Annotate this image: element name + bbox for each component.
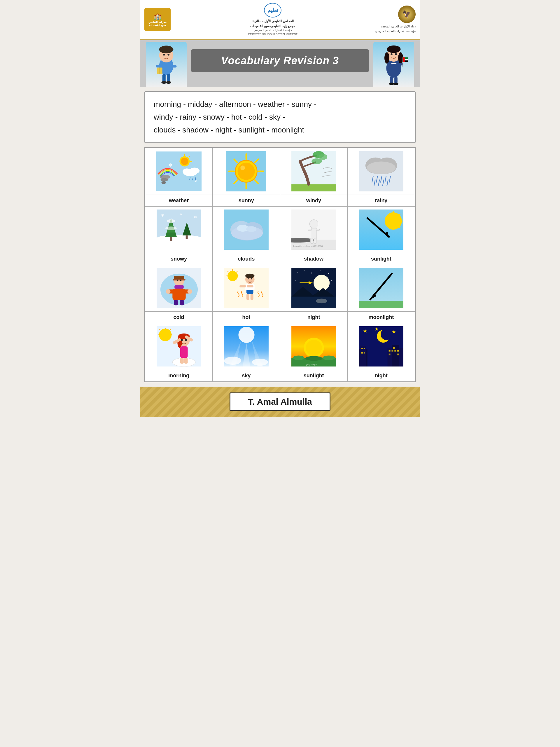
svg-rect-221 xyxy=(398,354,399,355)
night2-img xyxy=(349,325,414,368)
sunlight2-img: gettyimages xyxy=(282,325,346,368)
svg-rect-219 xyxy=(398,350,399,352)
svg-rect-29 xyxy=(403,57,404,62)
svg-point-7 xyxy=(161,81,166,84)
svg-point-140 xyxy=(248,278,249,280)
label-weather: weather xyxy=(145,195,213,206)
header-right: 🦅 دولة الإمارات العربية المتحدة مؤسسة ال… xyxy=(375,5,416,33)
svg-point-207 xyxy=(381,329,392,340)
svg-point-183 xyxy=(172,358,195,366)
label-cold: cold xyxy=(145,311,213,323)
label-night: night xyxy=(280,311,347,323)
title-banner: Vocabulary Revision 3 xyxy=(191,49,369,72)
council-text: المجلس التعليمي الأول - نطاق 3 مجمع زايد… xyxy=(248,19,297,36)
svg-rect-83 xyxy=(170,237,172,241)
svg-rect-215 xyxy=(392,345,399,366)
hot-img xyxy=(214,266,278,310)
cell-windy-image xyxy=(280,148,347,195)
svg-point-15 xyxy=(387,46,400,53)
label-morning: morning xyxy=(145,370,213,381)
table-row: ❄ ❄ ❄ xyxy=(145,206,415,253)
vocab-line3: clouds - shadow - night - sunlight - moo… xyxy=(154,123,406,136)
label-sunny: sunny xyxy=(213,195,280,206)
character-boy xyxy=(146,42,187,87)
label-night2: night xyxy=(347,370,415,381)
cell-night2-image xyxy=(347,323,415,370)
label-sunlight: sunlight xyxy=(347,253,415,265)
svg-text:illustrations.of.com  #1116038: illustrations.of.com #1116038 xyxy=(293,245,323,248)
weather-collage-img: ❄ ☀ xyxy=(146,149,211,194)
header-center: تعليم المجلس التعليمي الأول - نطاق 3 مجم… xyxy=(248,3,297,36)
cell-rainy-image xyxy=(347,148,415,195)
svg-point-156 xyxy=(331,280,332,281)
moonlight-img xyxy=(349,266,414,310)
svg-rect-20 xyxy=(390,77,393,84)
sky-img xyxy=(214,325,278,368)
clouds-img xyxy=(214,208,278,252)
svg-rect-87 xyxy=(186,235,188,239)
vocab-line2: windy - rainy - snowy - hot - cold - sky… xyxy=(154,110,406,123)
teacher-name: T. Amal Almulla xyxy=(248,397,312,407)
svg-rect-60 xyxy=(291,184,336,191)
footer: T. Amal Almulla xyxy=(140,387,420,417)
table-row-labels: morning sky sunlight night xyxy=(145,370,415,381)
character-girl xyxy=(373,42,414,87)
svg-point-17 xyxy=(398,52,403,63)
svg-point-101 xyxy=(310,220,318,229)
table-row-labels: cold hot night moonlight xyxy=(145,311,415,323)
svg-line-171 xyxy=(170,329,171,330)
taleem-logo: تعليم xyxy=(264,3,282,18)
svg-point-3 xyxy=(163,54,165,56)
svg-rect-180 xyxy=(180,346,188,358)
svg-text:❄: ❄ xyxy=(161,213,164,218)
cell-sunny-image xyxy=(213,148,280,195)
svg-point-22 xyxy=(389,83,394,85)
svg-rect-212 xyxy=(362,352,363,354)
table-row: ❄ ☀ xyxy=(145,148,415,195)
svg-rect-128 xyxy=(180,300,184,305)
rainy-img xyxy=(349,149,414,194)
svg-rect-217 xyxy=(392,350,394,352)
svg-rect-211 xyxy=(364,348,365,349)
svg-rect-146 xyxy=(246,294,249,300)
svg-point-19 xyxy=(395,53,397,55)
svg-point-63 xyxy=(312,158,322,164)
svg-point-178 xyxy=(181,339,183,341)
svg-point-85 xyxy=(165,227,177,230)
svg-point-161 xyxy=(316,299,327,304)
svg-rect-10 xyxy=(172,65,177,68)
svg-point-198 xyxy=(293,356,304,360)
svg-point-151 xyxy=(311,273,312,274)
shadow-img: illustrations.of.com #1116038 xyxy=(282,208,346,252)
cell-clouds-image xyxy=(213,206,280,253)
svg-text:❄: ❄ xyxy=(194,215,197,219)
svg-point-169 xyxy=(159,329,171,341)
svg-point-155 xyxy=(295,280,296,281)
logo-icon: 🏫 xyxy=(154,12,162,20)
svg-rect-216 xyxy=(389,350,391,352)
svg-point-18 xyxy=(391,53,392,55)
svg-point-23 xyxy=(394,83,398,85)
svg-rect-220 xyxy=(389,354,391,355)
svg-rect-102 xyxy=(311,228,317,238)
svg-point-191 xyxy=(224,357,241,365)
svg-point-132 xyxy=(228,271,238,281)
svg-point-179 xyxy=(185,339,187,341)
svg-text:❄: ❄ xyxy=(180,213,182,216)
logo-text: مجزايد التعليميسيح القصيدات xyxy=(149,21,166,27)
table-row xyxy=(145,265,415,311)
sunny-img xyxy=(214,149,278,194)
svg-point-139 xyxy=(245,274,255,278)
svg-rect-104 xyxy=(316,229,320,231)
night-img xyxy=(282,266,346,310)
svg-point-80 xyxy=(157,235,202,242)
svg-rect-9 xyxy=(156,65,161,68)
cell-moonlight-image xyxy=(347,265,415,311)
svg-rect-6 xyxy=(167,74,170,82)
svg-point-126 xyxy=(187,289,192,294)
svg-point-152 xyxy=(320,271,321,271)
svg-rect-218 xyxy=(395,350,396,352)
svg-point-141 xyxy=(251,278,252,280)
svg-point-8 xyxy=(166,81,171,84)
svg-text:gettyimages: gettyimages xyxy=(306,363,317,366)
